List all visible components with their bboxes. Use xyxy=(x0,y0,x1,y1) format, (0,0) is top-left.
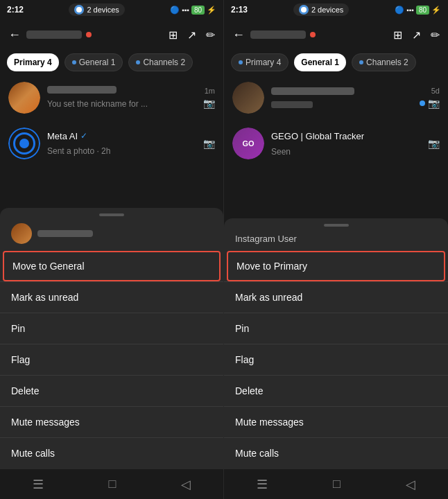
back-nav-right[interactable]: ◁ xyxy=(406,477,415,492)
bottom-nav-left: ☰ □ ◁ xyxy=(0,469,223,499)
nav-icons-left: ⊞ ↗ ✏ xyxy=(169,28,215,42)
edit-icon-right[interactable]: ✏ xyxy=(431,28,440,42)
bottom-sheet-right: Instagram User Move to Primary Mark as u… xyxy=(224,218,448,469)
devices-label-right: 2 devices xyxy=(311,6,343,14)
menu-delete-left[interactable]: Delete xyxy=(0,375,223,406)
edit-icon-left[interactable]: ✏ xyxy=(206,28,215,42)
meta-avatar-ring xyxy=(8,128,40,159)
filter-tabs-left: Primary 4 General 1 Channels 2 xyxy=(0,50,223,75)
menu-flag-left[interactable]: Flag xyxy=(0,344,223,375)
chat-meta-1-left: 1m 📷 xyxy=(203,87,215,109)
home-nav-left[interactable]: □ xyxy=(109,477,117,491)
menu-nav-right[interactable]: ☰ xyxy=(257,477,268,492)
menu-mark-unread-right[interactable]: Mark as unread xyxy=(224,281,448,313)
sheet-user-left xyxy=(11,223,212,244)
nav-icons-right: ⊞ ↗ ✏ xyxy=(393,28,440,42)
filter-icon-left[interactable]: ⊞ xyxy=(169,28,178,42)
online-dot-right xyxy=(420,100,425,106)
tab-primary-left[interactable]: Primary 4 xyxy=(7,53,59,71)
chart-icon-left[interactable]: ↗ xyxy=(187,28,196,42)
chat-info-1-left: You set the nickname for ... xyxy=(47,86,196,110)
bottom-sheet-left: Move to General Mark as unread Pin Flag … xyxy=(0,208,223,469)
camera-icon-1-left: 📷 xyxy=(203,98,215,109)
camera-icon-meta-left: 📷 xyxy=(203,138,215,149)
devices-indicator-left: 2 devices xyxy=(69,3,124,16)
menu-mute-calls-left[interactable]: Mute calls xyxy=(0,437,223,469)
tab-dot-channels-right xyxy=(359,60,363,64)
menu-mark-unread-left[interactable]: Mark as unread xyxy=(0,281,223,313)
sheet-handle-right xyxy=(324,224,349,227)
tab-channels-right[interactable]: Channels 2 xyxy=(352,53,416,71)
menu-mute-messages-right[interactable]: Mute messages xyxy=(224,406,448,437)
home-nav-right[interactable]: □ xyxy=(333,477,341,491)
sheet-username-right: Instagram User xyxy=(224,229,448,251)
menu-mute-messages-left[interactable]: Mute messages xyxy=(0,406,223,437)
svg-point-0 xyxy=(76,7,82,12)
top-nav-right: ← ⊞ ↗ ✏ xyxy=(224,19,448,50)
tab-primary-right[interactable]: Primary 4 xyxy=(231,53,288,71)
menu-delete-right[interactable]: Delete xyxy=(224,375,448,406)
top-nav-left: ← ⊞ ↗ ✏ xyxy=(0,19,223,50)
svg-point-1 xyxy=(301,7,307,12)
tab-dot-primary-right xyxy=(239,60,243,64)
title-dot-right xyxy=(310,32,316,37)
sheet-name-blur-left xyxy=(37,230,93,237)
devices-indicator-right: 2 devices xyxy=(293,3,349,16)
tab-general-left[interactable]: General 1 xyxy=(64,53,123,71)
devices-label-left: 2 devices xyxy=(87,6,119,14)
chat-item-gego-right[interactable]: GO GEGO | Global Tracker Seen 📷 xyxy=(224,121,448,166)
menu-flag-right[interactable]: Flag xyxy=(224,344,448,375)
device-icon-left xyxy=(74,5,84,15)
chart-icon-right[interactable]: ↗ xyxy=(412,28,421,42)
chat-info-1-right xyxy=(271,87,413,108)
title-dot-left xyxy=(86,32,92,37)
avatar-1-left xyxy=(8,82,40,114)
avatar-meta-left xyxy=(8,128,40,159)
chat-item-1-left[interactable]: You set the nickname for ... 1m 📷 xyxy=(0,75,223,121)
tab-channels-left[interactable]: Channels 2 xyxy=(128,53,193,71)
menu-mute-calls-right[interactable]: Mute calls xyxy=(224,437,448,469)
meta-preview: Sent a photo · 2h xyxy=(47,146,110,156)
time-right: 2:13 xyxy=(231,5,248,15)
filter-tabs-right: Primary 4 General 1 Channels 2 xyxy=(224,50,448,75)
avatar-1-right xyxy=(232,82,264,114)
menu-move-to-primary[interactable]: Move to Primary xyxy=(227,251,445,281)
meta-name: Meta AI xyxy=(47,131,78,141)
menu-nav-left[interactable]: ☰ xyxy=(33,477,44,492)
menu-pin-left[interactable]: Pin xyxy=(0,313,223,344)
gego-name: GEGO | Global Tracker xyxy=(271,131,364,141)
chat-info-gego-right: GEGO | Global Tracker Seen xyxy=(271,130,421,157)
time-left: 2:12 xyxy=(7,5,24,15)
chat-list-left: You set the nickname for ... 1m 📷 Meta A… xyxy=(0,75,223,469)
status-bar-left: 2:12 2 devices 🔵 ▪▪▪ 80 ⚡ xyxy=(0,0,223,19)
status-bar-right: 2:13 2 devices 🔵 ▪▪▪ 80 ⚡ xyxy=(224,0,448,19)
chat-preview-1-left: You set the nickname for ... xyxy=(47,99,148,109)
chat-item-1-right[interactable]: 5d 📷 xyxy=(224,75,448,121)
chat-time-1-left: 1m xyxy=(205,87,215,95)
chat-meta-gego-right: 📷 xyxy=(428,138,440,149)
chat-item-meta-left[interactable]: Meta AI ✓ Sent a photo · 2h 📷 xyxy=(0,121,223,166)
back-nav-left[interactable]: ◁ xyxy=(181,477,191,492)
avatar-gego-right: GO xyxy=(232,128,264,159)
verified-badge-left: ✓ xyxy=(80,131,87,141)
nav-title-right xyxy=(250,30,388,39)
chat-time-1-right: 5d xyxy=(431,87,440,95)
back-button-left[interactable]: ← xyxy=(8,28,21,42)
tab-dot-left xyxy=(72,60,76,64)
menu-pin-right[interactable]: Pin xyxy=(224,313,448,344)
tab-general-right[interactable]: General 1 xyxy=(294,53,346,71)
menu-move-to-general[interactable]: Move to General xyxy=(3,251,221,281)
device-icon-right xyxy=(299,5,309,15)
filter-icon-right[interactable]: ⊞ xyxy=(393,28,402,42)
camera-icon-gego-right: 📷 xyxy=(428,138,440,149)
chat-meta-meta-left: 📷 xyxy=(203,138,215,149)
chat-name-blur-1-right xyxy=(271,87,354,95)
sheet-handle-left xyxy=(99,213,124,216)
sheet-avatar-left xyxy=(11,223,32,244)
chat-list-right: 5d 📷 GO GEGO | Global Tracker Seen xyxy=(224,75,448,469)
left-panel: 2:12 2 devices 🔵 ▪▪▪ 80 ⚡ ← ⊞ ↗ ✏ Prima xyxy=(0,0,224,499)
back-button-right[interactable]: ← xyxy=(232,28,245,42)
chat-name-blur-1 xyxy=(47,86,117,94)
gego-preview: Seen xyxy=(271,147,291,157)
signal-area-right: 🔵 ▪▪▪ 80 ⚡ xyxy=(395,6,441,15)
